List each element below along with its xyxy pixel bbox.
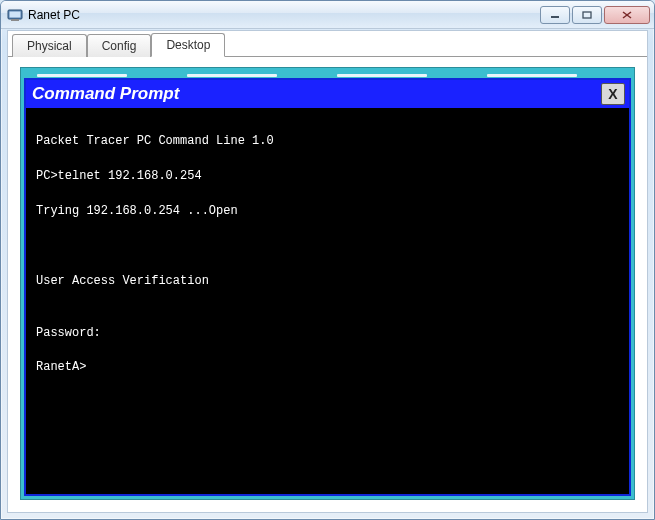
terminal[interactable]: Packet Tracer PC Command Line 1.0 PC>tel… bbox=[26, 108, 629, 494]
window-title: Ranet PC bbox=[28, 8, 80, 22]
terminal-line: User Access Verification bbox=[36, 273, 619, 290]
svg-rect-2 bbox=[11, 19, 19, 21]
terminal-line: RanetA> bbox=[36, 359, 619, 376]
tab-physical[interactable]: Physical bbox=[12, 34, 87, 57]
close-button[interactable] bbox=[604, 6, 650, 24]
svg-rect-1 bbox=[10, 11, 21, 17]
minimize-button[interactable] bbox=[540, 6, 570, 24]
window-controls bbox=[538, 6, 650, 24]
app-icon bbox=[7, 7, 23, 23]
shortcut-stub bbox=[487, 74, 577, 77]
titlebar[interactable]: Ranet PC bbox=[1, 1, 654, 29]
command-prompt-titlebar[interactable]: Command Prompt X bbox=[26, 80, 629, 108]
tab-desktop[interactable]: Desktop bbox=[151, 33, 225, 57]
client-area: Physical Config Desktop Command Prompt X… bbox=[7, 30, 648, 513]
svg-rect-4 bbox=[583, 12, 591, 18]
app-window: Ranet PC Physical Config Desktop bbox=[0, 0, 655, 520]
desktop-pane: Command Prompt X Packet Tracer PC Comman… bbox=[20, 67, 635, 500]
shortcut-stub bbox=[337, 74, 427, 77]
shortcut-stub bbox=[37, 74, 127, 77]
shortcut-stub bbox=[187, 74, 277, 77]
maximize-button[interactable] bbox=[572, 6, 602, 24]
command-prompt-close-button[interactable]: X bbox=[601, 83, 625, 105]
terminal-line: Trying 192.168.0.254 ...Open bbox=[36, 203, 619, 220]
tab-config[interactable]: Config bbox=[87, 34, 152, 57]
command-prompt-window: Command Prompt X Packet Tracer PC Comman… bbox=[24, 78, 631, 496]
command-prompt-title: Command Prompt bbox=[32, 84, 601, 104]
terminal-line: PC>telnet 192.168.0.254 bbox=[36, 168, 619, 185]
terminal-line: Password: bbox=[36, 325, 619, 342]
terminal-line: Packet Tracer PC Command Line 1.0 bbox=[36, 133, 619, 150]
tab-strip: Physical Config Desktop bbox=[8, 31, 647, 57]
